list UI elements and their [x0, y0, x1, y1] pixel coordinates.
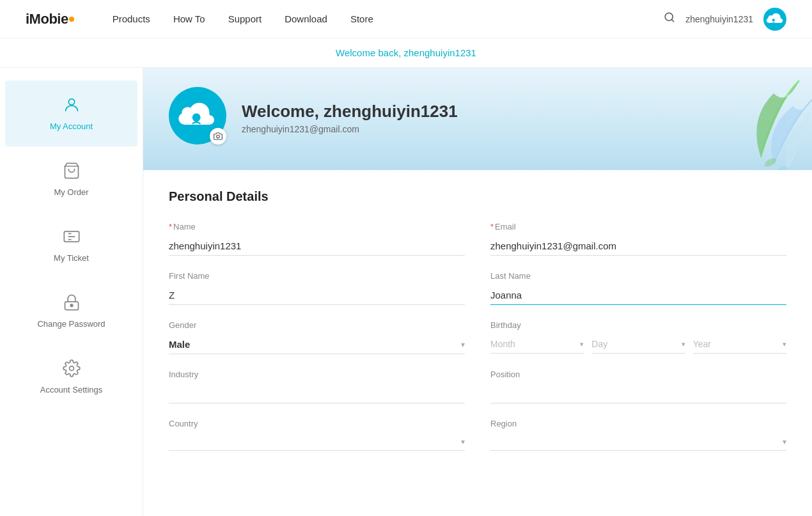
profile-name: Welcome, zhenghuiyin1231 [242, 102, 458, 121]
cloud-avatar-icon [766, 10, 784, 28]
profile-email: zhenghuiyin1231@gmail.com [242, 124, 458, 134]
nav-howto[interactable]: How To [173, 13, 205, 24]
logo-text: iMobie [26, 11, 68, 27]
sidebar-item-account-settings[interactable]: Account Settings [5, 344, 137, 410]
personal-details-section: Personal Details *Name *Email [143, 170, 812, 485]
last-name-label: Last Name [490, 271, 786, 281]
nav-support[interactable]: Support [228, 13, 262, 24]
sidebar-label-change-password: Change Password [37, 319, 105, 329]
position-input[interactable] [490, 384, 786, 403]
lock-icon [63, 293, 81, 314]
name-input[interactable] [169, 237, 465, 256]
header-avatar[interactable] [763, 8, 786, 31]
country-dropdown-arrow: ▾ [461, 437, 465, 446]
gender-dropdown-arrow: ▾ [461, 340, 465, 349]
birthday-month[interactable]: Month ▾ [490, 335, 584, 354]
avatar-cloud-icon [178, 100, 217, 132]
sidebar-item-change-password[interactable]: Change Password [5, 278, 137, 344]
required-star-name: * [169, 222, 172, 231]
birthday-day[interactable]: Day ▾ [591, 335, 685, 354]
birthday-label: Birthday [490, 320, 786, 330]
sidebar-item-my-order[interactable]: My Order [5, 146, 137, 212]
form-group-industry: Industry [169, 370, 465, 403]
settings-icon [63, 359, 81, 380]
sidebar-label-my-account: My Account [50, 121, 93, 131]
form-row-gender-birthday: Gender Male ▾ Birthday Month ▾ Day [169, 320, 786, 354]
sidebar-label-my-ticket: My Ticket [54, 253, 89, 263]
nav-store[interactable]: Store [350, 13, 373, 24]
year-arrow: ▾ [783, 340, 786, 348]
region-dropdown-arrow: ▾ [783, 437, 786, 446]
form-group-country: Country ▾ [169, 419, 465, 451]
avatar-wrap [169, 87, 226, 145]
birthday-year[interactable]: Year ▾ [693, 335, 786, 354]
month-label: Month [490, 339, 580, 349]
svg-point-10 [70, 304, 73, 307]
section-title: Personal Details [169, 189, 786, 204]
required-star-email: * [490, 222, 494, 231]
form-group-gender: Gender Male ▾ [169, 320, 465, 354]
header-right: zhenghuiyin1231 [664, 8, 786, 31]
form-group-name: *Name [169, 222, 465, 256]
search-icon [664, 12, 675, 23]
industry-input[interactable] [169, 384, 465, 403]
profile-name-wrap: Welcome, zhenghuiyin1231 zhenghuiyin1231… [242, 102, 458, 145]
main-nav: Products How To Support Download Store [113, 13, 664, 24]
gender-select[interactable]: Male ▾ [169, 335, 465, 354]
form-row-industry-position: Industry Position [169, 370, 786, 403]
form-group-position: Position [490, 370, 786, 403]
svg-point-14 [192, 113, 201, 121]
email-label: *Email [490, 222, 786, 231]
search-button[interactable] [664, 12, 675, 26]
form-row-names: First Name Last Name [169, 271, 786, 305]
welcome-text: Welcome back, zhenghuiyin1231 [336, 47, 476, 58]
form-row-name-email: *Name *Email [169, 222, 786, 256]
logo-dot [69, 17, 74, 22]
email-input[interactable] [490, 237, 786, 256]
header: iMobie Products How To Support Download … [0, 0, 812, 38]
ticket-icon [63, 228, 81, 248]
cart-icon [63, 162, 81, 182]
industry-label: Industry [169, 370, 465, 379]
nav-download[interactable]: Download [285, 13, 327, 24]
svg-point-3 [68, 99, 74, 105]
header-username: zhenghuiyin1231 [685, 14, 753, 24]
welcome-banner: Welcome back, zhenghuiyin1231 [0, 38, 812, 68]
form-row-country-region: Country ▾ Region ▾ [169, 419, 786, 451]
logo[interactable]: iMobie [26, 11, 74, 27]
country-label: Country [169, 419, 465, 428]
day-arrow: ▾ [682, 340, 685, 348]
form-group-email: *Email [490, 222, 786, 256]
camera-icon[interactable] [210, 128, 226, 145]
first-name-label: First Name [169, 271, 465, 281]
sidebar-item-my-ticket[interactable]: My Ticket [5, 212, 137, 278]
form-group-region: Region ▾ [490, 419, 786, 451]
last-name-input[interactable] [490, 286, 786, 305]
svg-point-11 [69, 366, 74, 371]
month-arrow: ▾ [580, 340, 584, 348]
region-label: Region [490, 419, 786, 428]
page-layout: My Account My Order My Ticket [0, 68, 812, 516]
name-label: *Name [169, 222, 465, 231]
svg-point-15 [217, 135, 220, 138]
country-select[interactable]: ▾ [169, 434, 465, 451]
first-name-input[interactable] [169, 286, 465, 305]
nav-products[interactable]: Products [113, 13, 150, 24]
gender-label: Gender [169, 320, 465, 330]
main-content: Welcome, zhenghuiyin1231 zhenghuiyin1231… [143, 68, 812, 516]
svg-point-2 [772, 19, 775, 21]
profile-info: Welcome, zhenghuiyin1231 zhenghuiyin1231… [169, 87, 786, 145]
region-select[interactable]: ▾ [490, 434, 786, 451]
svg-line-1 [672, 19, 674, 21]
form-group-first-name: First Name [169, 271, 465, 305]
sidebar-label-my-order: My Order [54, 187, 88, 197]
sidebar-label-account-settings: Account Settings [40, 385, 103, 395]
person-icon [63, 96, 81, 116]
sidebar: My Account My Order My Ticket [0, 68, 143, 516]
birthday-row: Month ▾ Day ▾ Year ▾ [490, 335, 786, 354]
year-label: Year [693, 339, 783, 349]
sidebar-item-my-account[interactable]: My Account [5, 81, 137, 146]
form-group-last-name: Last Name [490, 271, 786, 305]
form-group-birthday: Birthday Month ▾ Day ▾ Year ▾ [490, 320, 786, 354]
gender-value: Male [169, 339, 461, 350]
